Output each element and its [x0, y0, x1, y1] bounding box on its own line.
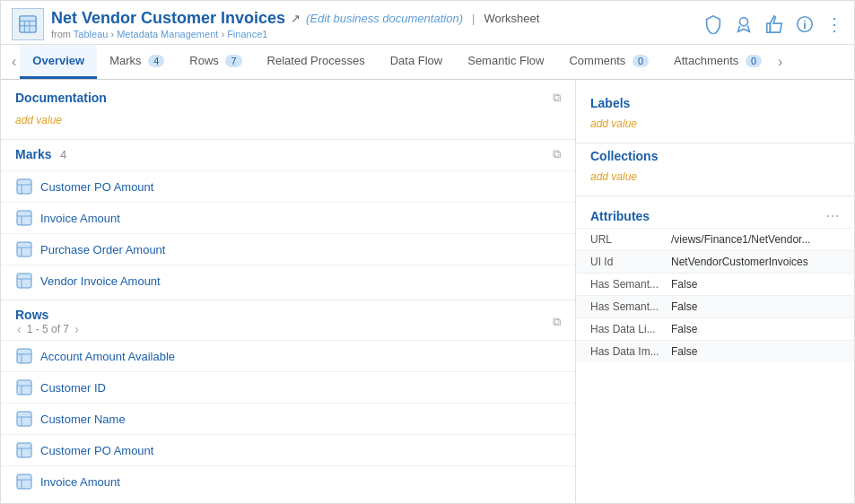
attachments-badge: 0	[746, 55, 762, 67]
more-icon[interactable]: ⋮	[825, 13, 843, 35]
worksheet-icon	[12, 8, 44, 40]
marks-section: Marks 4 ⧉ Customer PO Amount	[1, 139, 575, 296]
row-dimension-icon-3	[15, 441, 33, 459]
rows-expand-icon[interactable]: ⧉	[553, 315, 561, 329]
documentation-expand-icon[interactable]: ⧉	[553, 91, 561, 105]
rows-item-1: Customer ID	[40, 381, 106, 395]
tab-marks[interactable]: Marks 4	[97, 45, 177, 79]
marks-count: 4	[60, 148, 66, 161]
marks-item-0: Customer PO Amount	[40, 180, 153, 194]
attr-key-has-data-im: Has Data Im...	[590, 345, 671, 358]
rows-next-btn[interactable]: ›	[73, 322, 81, 336]
attr-key-has-sem-1: Has Semant...	[590, 278, 671, 291]
rows-nav: ‹ 1 - 5 of 7 ›	[15, 322, 81, 336]
rows-list: Account Amount Available Customer ID Cus…	[1, 340, 575, 497]
svg-rect-16	[17, 242, 31, 256]
right-panel: Labels add value Collections add value A…	[576, 80, 854, 503]
rows-title: Rows	[15, 308, 48, 322]
documentation-section: Documentation ⧉ add value	[1, 91, 575, 139]
attr-val-has-data-im: False	[671, 345, 697, 358]
tab-attachments[interactable]: Attachments 0	[661, 45, 774, 79]
worksheet-label: Worksheet	[484, 12, 539, 25]
rows-item-4: Invoice Amount	[40, 475, 120, 489]
marks-item-3: Vendor Invoice Amount	[40, 274, 161, 288]
list-item[interactable]: Customer Name	[1, 403, 575, 434]
thumbs-up-icon[interactable]	[764, 14, 784, 34]
shield-icon[interactable]	[703, 14, 723, 34]
svg-point-9	[804, 20, 806, 22]
attr-row-has-data-im: Has Data Im... False	[576, 340, 854, 362]
svg-rect-19	[17, 274, 31, 288]
marks-badge: 4	[148, 55, 164, 67]
rows-prev-btn[interactable]: ‹	[15, 322, 23, 336]
svg-point-5	[739, 18, 747, 26]
list-item[interactable]: Account Amount Available	[1, 340, 575, 371]
rows-section: Rows ‹ 1 - 5 of 7 › ⧉ Account	[1, 300, 575, 497]
info-icon[interactable]	[795, 14, 815, 34]
header-title: Net Vendor Customer Invoices ↗ (Edit bus…	[51, 9, 539, 39]
attributes-more-icon[interactable]: ⋯	[825, 207, 840, 224]
tab-comments[interactable]: Comments 0	[556, 45, 661, 79]
marks-item-2: Purchase Order Amount	[40, 243, 165, 256]
row-dimension-icon-4	[15, 473, 33, 491]
rows-item-3: Customer PO Amount	[40, 444, 153, 457]
tabs-bar: ‹ Overview Marks 4 Rows 7 Related Proces…	[1, 45, 854, 80]
documentation-add-value[interactable]: add value	[15, 110, 561, 130]
collections-section: Collections add value	[576, 143, 854, 196]
rows-header: Rows ‹ 1 - 5 of 7 › ⧉	[1, 308, 575, 340]
attr-key-has-sem-2: Has Semant...	[590, 300, 671, 313]
rows-badge: 7	[225, 55, 241, 67]
marks-list: Customer PO Amount Invoice Amount Purcha…	[1, 170, 575, 296]
badge-icon[interactable]	[734, 14, 754, 34]
documentation-header: Documentation ⧉	[15, 91, 561, 105]
svg-rect-25	[17, 380, 31, 395]
rows-range: 1 - 5 of 7	[27, 323, 69, 335]
attr-row-has-sem-1: Has Semant... False	[576, 273, 854, 295]
tab-rows[interactable]: Rows 7	[177, 45, 254, 79]
svg-rect-0	[20, 16, 36, 32]
page-title: Net Vendor Customer Invoices	[51, 9, 285, 28]
attr-val-ui-id: NetVendorCustomerInvoices	[671, 256, 808, 268]
attr-val-has-sem-2: False	[671, 300, 697, 313]
list-item[interactable]: Invoice Amount	[1, 202, 575, 233]
svg-rect-13	[17, 211, 31, 225]
external-link-icon[interactable]: ↗	[291, 12, 301, 25]
svg-rect-31	[17, 443, 31, 457]
breadcrumb-finance[interactable]: Finance1	[227, 29, 267, 39]
attributes-section: Attributes ⋯ URL /views/Finance1/NetVend…	[576, 196, 854, 362]
rows-item-2: Customer Name	[40, 413, 126, 426]
tab-prev-btn[interactable]: ‹	[8, 47, 20, 77]
collections-add-value[interactable]: add value	[590, 167, 840, 187]
attr-row-url: URL /views/Finance1/NetVendor...	[576, 228, 854, 250]
attr-val-has-sem-1: False	[671, 278, 697, 291]
main-content: Documentation ⧉ add value Marks 4 ⧉	[1, 80, 854, 503]
header-left: Net Vendor Customer Invoices ↗ (Edit bus…	[12, 8, 539, 40]
list-item[interactable]: Customer PO Amount	[1, 434, 575, 465]
labels-add-value[interactable]: add value	[590, 114, 840, 134]
row-dimension-icon-1	[15, 378, 33, 396]
edit-link[interactable]: (Edit business documentation)	[306, 12, 463, 25]
svg-rect-34	[17, 474, 31, 489]
tab-related-processes[interactable]: Related Processes	[255, 45, 378, 79]
list-item[interactable]: Invoice Amount	[1, 465, 575, 497]
tab-overview[interactable]: Overview	[20, 45, 97, 79]
list-item[interactable]: Vendor Invoice Amount	[1, 265, 575, 296]
tab-next-btn[interactable]: ›	[774, 47, 786, 77]
comments-badge: 0	[633, 55, 649, 67]
marks-expand-icon[interactable]: ⧉	[553, 147, 561, 161]
left-panel: Documentation ⧉ add value Marks 4 ⧉	[1, 80, 576, 503]
tab-semantic-flow[interactable]: Semantic Flow	[455, 45, 556, 79]
list-item[interactable]: Purchase Order Amount	[1, 233, 575, 265]
svg-rect-22	[17, 349, 31, 363]
rows-item-0: Account Amount Available	[40, 350, 175, 363]
list-item[interactable]: Customer PO Amount	[1, 170, 575, 202]
marks-item-1: Invoice Amount	[40, 212, 120, 225]
documentation-title: Documentation	[15, 91, 107, 105]
attributes-title: Attributes	[590, 209, 650, 223]
attributes-rows: URL /views/Finance1/NetVendor... UI Id N…	[576, 228, 854, 362]
list-item[interactable]: Customer ID	[1, 371, 575, 403]
tab-data-flow[interactable]: Data Flow	[378, 45, 456, 79]
breadcrumb-tableau[interactable]: Tableau	[74, 29, 109, 39]
attr-row-ui-id: UI Id NetVendorCustomerInvoices	[576, 250, 854, 273]
breadcrumb-metadata[interactable]: Metadata Management	[117, 29, 218, 39]
